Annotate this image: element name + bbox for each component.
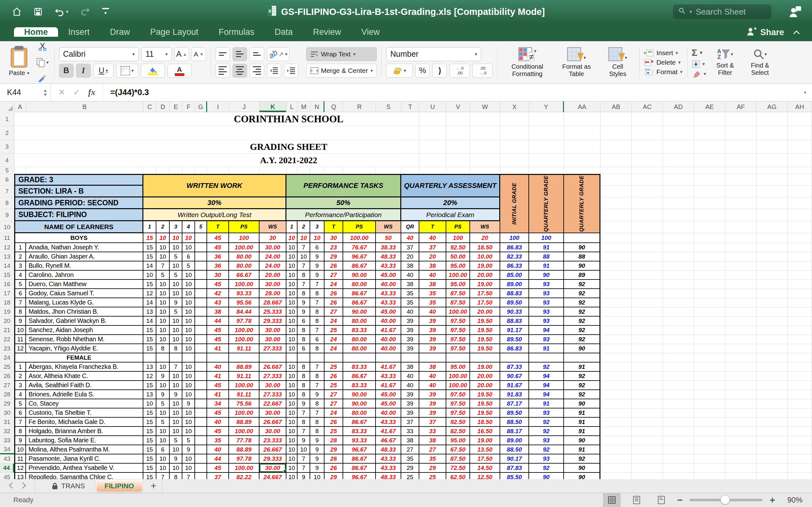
cell[interactable]: 40.00 [376,408,401,418]
cell[interactable] [725,252,757,262]
cell[interactable] [600,233,632,243]
cell[interactable] [170,353,183,362]
cell[interactable]: 30 [324,233,343,243]
cell[interactable] [195,344,207,353]
cell[interactable]: 10 [287,280,298,289]
cell[interactable] [725,436,757,445]
cell[interactable]: 30.00 [259,280,287,289]
cell[interactable]: 10 [287,454,298,464]
student-name-cell[interactable]: Co, Stacey [26,399,143,408]
cell[interactable] [600,307,632,317]
cell[interactable]: 93 [529,298,564,307]
column-header-AC[interactable]: AC [632,101,663,112]
cell[interactable] [632,289,663,298]
cell[interactable] [195,167,207,174]
cell[interactable] [195,436,207,445]
cell[interactable]: 7 [298,408,310,418]
page-break-view-button[interactable] [653,493,670,507]
cell[interactable]: 10 [287,233,298,243]
cell[interactable] [500,112,529,126]
cell[interactable]: 9 [170,390,183,399]
cell[interactable]: 29.333 [259,317,287,326]
cell[interactable]: 15 [143,344,156,353]
cell[interactable] [725,418,757,427]
cell[interactable]: WS [470,221,500,233]
cell[interactable] [694,307,725,317]
student-name-cell[interactable]: Custorio, Tia Shelbie T. [26,408,143,418]
cell[interactable]: PS [343,221,376,233]
student-name-cell[interactable]: Yacapin, Yñigo Alyddie E. [26,344,143,353]
student-name-cell[interactable]: Pasamonte, Jiana Kyrill C. [26,454,143,464]
cell[interactable]: 44 [207,454,229,464]
cell[interactable]: 97.78 [229,317,259,326]
cell[interactable]: 91 [529,262,564,271]
student-name-cell[interactable]: Prevendido, Anthea Ysabelle V. [26,464,143,473]
cell[interactable]: 9 [310,464,324,473]
cell[interactable]: 38 [207,307,229,317]
cell[interactable] [600,326,632,335]
formula-bar-expand-caret[interactable]: ▾ [804,90,812,95]
cell[interactable]: 10 [287,399,298,408]
cell[interactable]: 27.333 [259,390,287,399]
cell[interactable]: 43.33 [376,372,401,381]
cell[interactable]: 45 [207,233,229,243]
cell[interactable] [757,154,788,167]
cell[interactable]: 86.67 [343,298,376,307]
cell[interactable]: 3 [14,381,26,390]
cell[interactable]: 83.33 [343,326,376,335]
cell[interactable] [401,353,419,362]
name-box[interactable]: K44 ▲▼ [0,83,51,101]
cell[interactable]: 100.00 [343,233,376,243]
cell[interactable]: 40 [401,233,419,243]
cell[interactable] [694,427,725,436]
cell[interactable]: 27 [324,399,343,408]
student-name-cell[interactable]: Holgado, Brianna Amber B. [26,427,143,436]
cell[interactable] [757,344,788,353]
cell[interactable]: INITIAL GRADE [500,174,529,233]
cell[interactable] [195,252,207,262]
cell[interactable] [757,140,788,154]
cell[interactable] [725,233,757,243]
cell[interactable]: 12 [14,464,26,473]
cell[interactable]: 100.00 [229,280,259,289]
cell[interactable] [446,126,470,140]
cell[interactable] [788,372,812,381]
cell[interactable]: 95.00 [446,262,470,271]
cell[interactable]: BOYS [14,233,143,243]
italic-button[interactable]: I [76,64,91,78]
cell[interactable]: 2 [156,221,170,233]
align-middle-button[interactable] [233,47,247,61]
cell[interactable] [757,427,788,436]
cell[interactable]: 93 [529,280,564,289]
cell[interactable] [694,436,725,445]
cell[interactable]: 5 [170,436,183,445]
cell[interactable]: 10 [183,344,195,353]
cell[interactable]: 10 [156,252,170,262]
cell[interactable]: 26 [324,372,343,381]
font-name-select[interactable]: Calibri▾ [59,47,139,61]
cell[interactable] [725,326,757,335]
cell[interactable] [632,271,663,280]
cell[interactable]: 80.00 [343,335,376,344]
cell[interactable]: 3 [310,221,324,233]
cell[interactable] [632,372,663,381]
cell[interactable] [788,353,812,362]
cell[interactable]: 8 [310,418,324,427]
cell[interactable]: 93 [529,436,564,445]
cell[interactable] [632,140,663,154]
cell[interactable] [788,167,812,174]
cell[interactable]: 10 [183,289,195,298]
cell[interactable] [694,473,725,479]
cell[interactable]: 67.50 [446,445,470,454]
cell[interactable]: 4 [14,271,26,280]
cell[interactable]: 10 [170,335,183,344]
cell[interactable]: 91.11 [229,390,259,399]
cell[interactable]: 92.50 [446,418,470,427]
cell[interactable]: 92 [564,335,600,344]
cell[interactable]: 10 [183,243,195,252]
cell[interactable]: 97.50 [446,317,470,326]
cell[interactable]: 40 [419,372,446,381]
student-name-cell[interactable]: Labuntog, Sofia Marie E. [26,436,143,445]
cell[interactable]: 2 [14,252,26,262]
cell[interactable]: T [419,221,446,233]
